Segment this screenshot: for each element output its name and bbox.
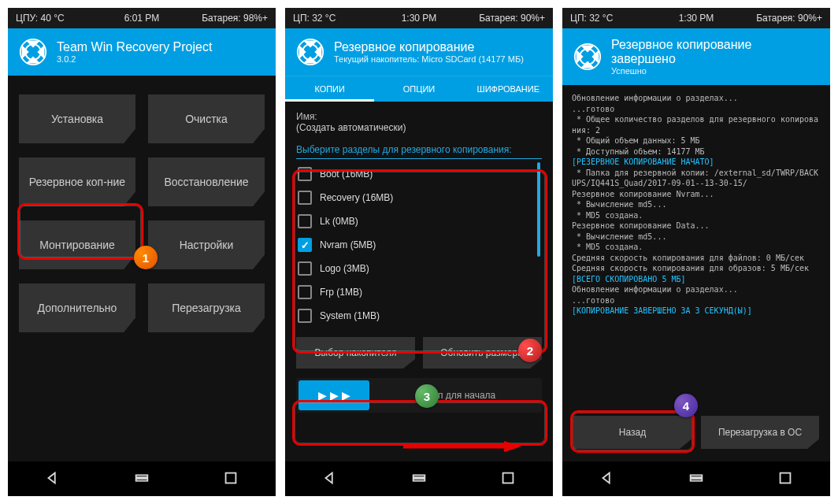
nav-home-icon[interactable] bbox=[133, 469, 150, 489]
header-version: 3.0.2 bbox=[57, 54, 212, 64]
status-bar: ЦПУ: 40 °C 6:01 PM Батарея: 98%+ bbox=[8, 8, 276, 28]
svg-rect-26 bbox=[691, 478, 703, 480]
status-battery: Батарея: 90%+ bbox=[461, 13, 545, 24]
chevron-right-icon: ▶ bbox=[342, 389, 350, 402]
partition-boot[interactable]: Boot (16MB) bbox=[296, 162, 542, 186]
status-time: 1:30 PM bbox=[377, 13, 462, 24]
twrp-logo-icon bbox=[19, 38, 47, 66]
nav-home-icon[interactable] bbox=[688, 469, 705, 489]
svg-rect-28 bbox=[781, 472, 791, 483]
scroll-indicator[interactable] bbox=[537, 162, 540, 257]
tab-options[interactable]: ОПЦИИ bbox=[374, 76, 463, 102]
backup-button[interactable]: Резервное коп-ние bbox=[19, 158, 135, 206]
storage-select-button[interactable]: Выбор накопителя bbox=[296, 337, 415, 369]
svg-rect-8 bbox=[226, 472, 236, 483]
svg-marker-16 bbox=[504, 441, 521, 452]
restore-button[interactable]: Восстановление bbox=[148, 158, 265, 206]
twrp-logo-icon bbox=[573, 43, 602, 71]
console-line: * Доступный объем: 14177 МБ bbox=[572, 146, 821, 158]
console-line: * Вычисление md5... bbox=[572, 232, 821, 243]
badge-3: 3 bbox=[415, 384, 439, 408]
nav-recents-icon[interactable] bbox=[222, 469, 239, 489]
badge-1: 1 bbox=[134, 246, 158, 269]
partition-lk[interactable]: Lk (0MB) bbox=[296, 209, 542, 233]
status-cpu: ЦП: 32 °C bbox=[570, 13, 654, 24]
svg-rect-19 bbox=[503, 472, 514, 483]
nav-bar bbox=[285, 461, 553, 496]
header-title: Team Win Recovery Project bbox=[57, 40, 212, 54]
header-title: Резервное копирование bbox=[334, 40, 524, 54]
console-line: Средняя скорость копирования для файлов:… bbox=[572, 253, 821, 264]
checkbox-icon bbox=[298, 261, 312, 276]
wipe-button[interactable]: Очистка bbox=[148, 94, 265, 143]
swipe-thumb[interactable]: ▶▶▶ bbox=[298, 380, 369, 410]
nav-recents-icon[interactable] bbox=[777, 469, 794, 489]
nav-back-icon[interactable] bbox=[599, 469, 616, 489]
badge-4: 4 bbox=[674, 394, 698, 417]
chevron-right-icon: ▶ bbox=[318, 389, 327, 402]
console-line: Обновление информации о разделах... bbox=[572, 284, 821, 295]
status-cpu: ЦПУ: 40 °C bbox=[16, 13, 100, 24]
console-line: [КОПИРОВАНИЕ ЗАВЕРШЕНО ЗА 3 СЕКУНД(Ы)] bbox=[572, 306, 821, 317]
name-label: Имя: bbox=[296, 111, 542, 122]
console-line: * MD5 создана. bbox=[572, 242, 821, 253]
console-line: ...готово bbox=[572, 295, 821, 306]
chevron-right-icon: ▶ bbox=[330, 389, 339, 402]
settings-button[interactable]: Настройки bbox=[148, 220, 265, 269]
status-bar: ЦП: 32 °C 1:30 PM Батарея: 90%+ bbox=[562, 8, 830, 28]
advanced-button[interactable]: Дополнительно bbox=[19, 284, 135, 332]
reboot-os-button[interactable]: Перезагрузка в ОС bbox=[701, 416, 819, 449]
nav-back-icon[interactable] bbox=[44, 469, 61, 489]
phone-screen-1: ЦПУ: 40 °C 6:01 PM Батарея: 98%+ Team Wi… bbox=[8, 8, 276, 496]
nav-recents-icon[interactable] bbox=[499, 469, 517, 489]
console-line: * Вычисление md5... bbox=[572, 199, 821, 210]
console-line: * Папка для резервной копии: /external_s… bbox=[572, 168, 821, 189]
partition-logo[interactable]: Logo (3MB) bbox=[296, 257, 542, 280]
tabs: КОПИИ ОПЦИИ ШИФРОВАНИЕ bbox=[285, 76, 553, 102]
console-line: [РЕЗЕРВНОЕ КОПИРОВАНИЕ НАЧАТО] bbox=[572, 157, 821, 168]
status-battery: Батарея: 90%+ bbox=[738, 13, 822, 24]
badge-2: 2 bbox=[518, 339, 542, 362]
main-menu-grid: Установка Очистка Резервное коп-ние Восс… bbox=[8, 76, 276, 351]
swipe-label: Свайп для начала bbox=[369, 390, 542, 401]
app-header: Team Win Recovery Project 3.0.2 bbox=[8, 28, 276, 76]
checkbox-icon bbox=[298, 214, 312, 228]
mount-button[interactable]: Монтирование bbox=[19, 220, 135, 269]
nav-bar bbox=[562, 461, 830, 496]
console-line: * Общее количество разделов для резервно… bbox=[572, 114, 821, 135]
nav-bar bbox=[8, 461, 276, 496]
checkbox-checked-icon bbox=[298, 238, 312, 252]
partition-recovery[interactable]: Recovery (16MB) bbox=[296, 186, 542, 209]
console-line: Резервное копирование Data... bbox=[572, 220, 821, 232]
status-battery: Батарея: 98%+ bbox=[184, 13, 268, 24]
partition-system[interactable]: System (1MB) bbox=[296, 304, 542, 328]
nav-home-icon[interactable] bbox=[410, 469, 428, 489]
back-button[interactable]: Назад bbox=[573, 416, 692, 449]
checkbox-icon bbox=[298, 285, 312, 299]
console-line: Средняя скорость копирования для образов… bbox=[572, 263, 821, 274]
header-title: Резервное копирование завершено bbox=[611, 38, 819, 66]
phone-screen-2: ЦП: 32 °C 1:30 PM Батарея: 90%+ Резервно… bbox=[285, 8, 553, 496]
console-line: * Общий объем данных: 5 МБ bbox=[572, 135, 821, 146]
svg-rect-7 bbox=[136, 475, 148, 477]
svg-rect-17 bbox=[413, 478, 425, 480]
tab-encryption[interactable]: ШИФРОВАНИЕ bbox=[464, 76, 553, 102]
app-header: Резервное копирование завершено Успешно bbox=[562, 28, 830, 85]
install-button[interactable]: Установка bbox=[19, 94, 135, 143]
name-value[interactable]: (Создать автоматически) bbox=[296, 122, 542, 133]
svg-rect-6 bbox=[136, 478, 148, 480]
tab-copies[interactable]: КОПИИ bbox=[285, 76, 374, 102]
partition-nvram[interactable]: Nvram (5MB) bbox=[296, 233, 542, 257]
status-time: 1:30 PM bbox=[654, 13, 739, 24]
swipe-arrow-icon bbox=[403, 441, 521, 452]
app-header: Резервное копирование Текущий накопитель… bbox=[285, 28, 553, 76]
console-line: Обновление информации о разделах... bbox=[572, 93, 821, 104]
partition-frp[interactable]: Frp (1MB) bbox=[296, 280, 542, 304]
console-output: Обновление информации о разделах......го… bbox=[562, 85, 830, 324]
reboot-button[interactable]: Перезагрузка bbox=[148, 284, 265, 332]
phone-screen-3: ЦП: 32 °C 1:30 PM Батарея: 90%+ Резервно… bbox=[562, 8, 830, 496]
console-line: [ВСЕГО СКОПИРОВАНО 5 МБ] bbox=[572, 274, 821, 285]
console-line: Резервное копирование Nvram... bbox=[572, 189, 821, 200]
checkbox-icon bbox=[298, 191, 312, 205]
nav-back-icon[interactable] bbox=[321, 469, 339, 489]
